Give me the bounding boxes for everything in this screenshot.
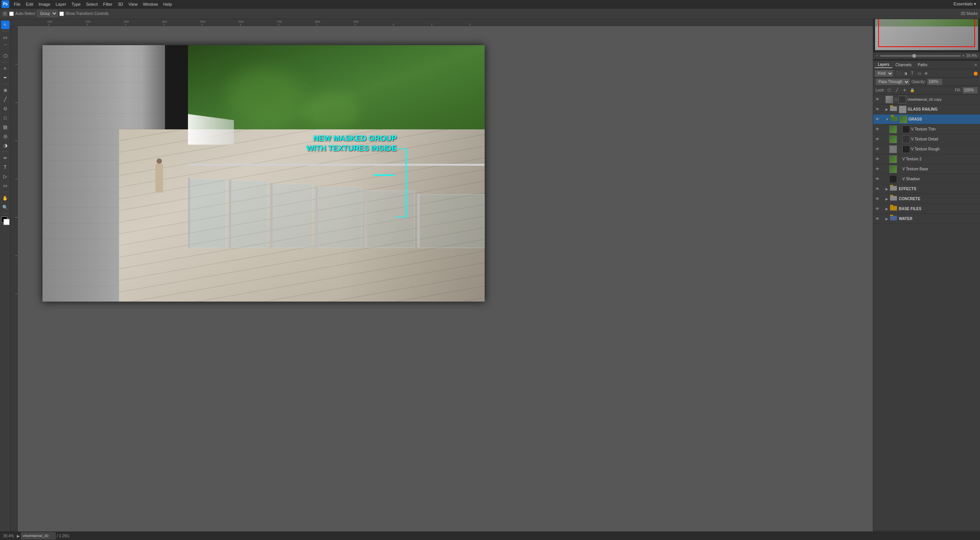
glass-railing-area bbox=[188, 164, 485, 248]
layer-expand-water[interactable]: ▶ bbox=[885, 217, 888, 221]
layer-water[interactable]: 👁 ▶ WATER bbox=[873, 214, 980, 224]
layer-v-texture-thin[interactable]: 👁 V Texture Thin bbox=[873, 124, 980, 134]
gradient-tool[interactable]: ▤ bbox=[1, 123, 10, 131]
layer-v-texture-detail[interactable]: 👁 V Texture Detail bbox=[873, 134, 980, 144]
lasso-tool[interactable]: ⌒ bbox=[1, 42, 10, 51]
layer-eye-v-texture-base[interactable]: 👁 bbox=[875, 166, 880, 172]
layer-name-v-texture-rough: V Texture Rough bbox=[911, 147, 978, 151]
menu-type[interactable]: Type bbox=[69, 1, 83, 7]
layer-effects[interactable]: 👁 ▶ EFFECTS bbox=[873, 184, 980, 194]
lock-all-icon[interactable]: 🔒 bbox=[909, 87, 915, 93]
hand-tool[interactable]: ✋ bbox=[1, 194, 10, 202]
crop-tool[interactable]: ⌗ bbox=[1, 64, 10, 73]
layer-expand-effects[interactable]: ▶ bbox=[885, 187, 888, 191]
layers-panel-menu[interactable]: ≡ bbox=[973, 63, 978, 67]
type-tool[interactable]: T bbox=[1, 163, 10, 171]
svg-text:900: 900 bbox=[353, 20, 359, 23]
tab-channels[interactable]: Channels bbox=[892, 62, 915, 68]
filter-shape-icon[interactable]: ▭ bbox=[916, 70, 922, 77]
move-tool[interactable]: ↖ bbox=[1, 21, 10, 29]
tab-layers[interactable]: Layers bbox=[875, 62, 892, 68]
menu-filter[interactable]: Filter bbox=[101, 1, 114, 7]
layer-filter-toggle[interactable]: ⬤ bbox=[972, 70, 978, 77]
filter-pixel-icon[interactable]: ⬛ bbox=[895, 70, 902, 77]
menu-3d[interactable]: 3D bbox=[116, 1, 126, 7]
auto-select-checkbox[interactable] bbox=[9, 11, 14, 16]
filter-smart-icon[interactable]: ⊕ bbox=[923, 70, 929, 77]
layer-eye-glass-railing[interactable]: 👁 bbox=[875, 107, 880, 112]
menu-image[interactable]: Image bbox=[36, 1, 53, 7]
brush-tool[interactable]: ╱ bbox=[1, 95, 10, 104]
layer-viewmat[interactable]: 👁 ⛓ ViewMaterial_3D copy bbox=[873, 95, 980, 104]
layer-kind-select[interactable]: Kind bbox=[875, 70, 893, 77]
shape-tool[interactable]: ▭ bbox=[1, 181, 10, 190]
layer-eye-concrete[interactable]: 👁 bbox=[875, 196, 880, 202]
healing-tool[interactable]: ⊕ bbox=[1, 86, 10, 95]
layer-name-grass: GRASS bbox=[908, 117, 978, 121]
layer-expand-base-files[interactable]: ▶ bbox=[885, 207, 888, 211]
dodge-tool[interactable]: ◑ bbox=[1, 141, 10, 150]
status-zoom[interactable]: 39.4% bbox=[3, 534, 14, 538]
layer-v-shadow[interactable]: 👁 V Shadow bbox=[873, 174, 980, 184]
filter-adjustment-icon[interactable]: ◑ bbox=[902, 70, 908, 77]
layer-grass[interactable]: 👁 ▼ GRASS bbox=[873, 114, 980, 124]
layer-eye-v-texture-rough[interactable]: 👁 bbox=[875, 147, 880, 152]
layer-expand-concrete[interactable]: ▶ bbox=[885, 197, 888, 201]
layer-v-texture-2[interactable]: 👁 V Texture 2 bbox=[873, 154, 980, 164]
opacity-input[interactable] bbox=[927, 78, 942, 85]
zoom-out-icon[interactable]: − bbox=[876, 54, 879, 58]
blend-mode-bar: Pass Through Normal Multiply Screen Over… bbox=[873, 78, 980, 86]
blend-mode-select[interactable]: Pass Through Normal Multiply Screen Over… bbox=[875, 78, 910, 85]
pen-tool[interactable]: ✏ bbox=[1, 154, 10, 162]
menu-view[interactable]: View bbox=[126, 1, 140, 7]
lock-brush-icon[interactable]: ╱ bbox=[894, 87, 900, 93]
lock-transparent-icon[interactable]: ⬡ bbox=[886, 87, 892, 93]
layer-v-texture-base[interactable]: 👁 V Texture Base bbox=[873, 164, 980, 174]
zoom-slider-thumb[interactable] bbox=[912, 54, 916, 58]
menu-help[interactable]: Help bbox=[161, 1, 175, 7]
marquee-tool[interactable]: ▭ bbox=[1, 33, 10, 42]
layer-expand-glass-railing[interactable]: ▶ bbox=[885, 108, 888, 111]
menu-essentials[interactable]: Essentials ▾ bbox=[951, 1, 978, 7]
layer-concrete[interactable]: 👁 ▶ CONCRETE bbox=[873, 194, 980, 204]
menu-window[interactable]: Window bbox=[140, 1, 160, 7]
path-tool[interactable]: ▷ bbox=[1, 172, 10, 181]
zoom-tool[interactable]: 🔍 bbox=[1, 203, 10, 212]
layer-eye-grass[interactable]: 👁 bbox=[875, 117, 880, 122]
layer-eye-v-texture-detail[interactable]: 👁 bbox=[875, 137, 880, 142]
layer-eye-effects[interactable]: 👁 bbox=[875, 186, 880, 192]
auto-select-mode[interactable]: Group Layer bbox=[37, 10, 58, 17]
lock-position-icon[interactable]: ✛ bbox=[902, 87, 908, 93]
menu-edit[interactable]: Edit bbox=[24, 1, 36, 7]
eraser-tool[interactable]: □ bbox=[1, 114, 10, 122]
menu-select[interactable]: Select bbox=[84, 1, 100, 7]
layer-eye-water[interactable]: 👁 bbox=[875, 216, 880, 222]
zoom-slider[interactable] bbox=[880, 55, 961, 57]
menu-file[interactable]: File bbox=[11, 1, 23, 7]
eyedropper-tool[interactable]: ✒ bbox=[1, 73, 10, 82]
canvas-area[interactable]: NEW MASKED GROUP WITH TEXTURES INSIDE bbox=[18, 26, 873, 532]
blur-tool[interactable]: ◎ bbox=[1, 132, 10, 140]
fg-bg-colors[interactable] bbox=[1, 217, 10, 225]
tab-paths[interactable]: Paths bbox=[915, 62, 931, 68]
canvas-tab[interactable]: ViewMaterial_3D bbox=[21, 532, 56, 539]
clone-tool[interactable]: ⊙ bbox=[1, 104, 10, 113]
layer-glass-railing[interactable]: 👁 ▶ GLASS RAILING bbox=[873, 104, 980, 114]
layer-base-files[interactable]: 👁 ▶ BASE FILES bbox=[873, 204, 980, 214]
ruler-ticks-horizontal: 100 200 300 400 500 600 700 800 900 bbox=[11, 19, 873, 26]
layer-eye-v-texture-thin[interactable]: 👁 bbox=[875, 127, 880, 132]
fill-input[interactable] bbox=[962, 87, 978, 94]
layer-expand-grass[interactable]: ▼ bbox=[885, 117, 889, 121]
filter-type-icon[interactable]: T bbox=[909, 70, 915, 77]
layer-eye-v-shadow[interactable]: 👁 bbox=[875, 176, 880, 182]
quick-select-tool[interactable]: ⬡ bbox=[1, 52, 10, 60]
menu-bar: Ps File Edit Image Layer Type Select Fil… bbox=[0, 0, 980, 8]
transform-checkbox[interactable] bbox=[59, 11, 64, 16]
layer-v-texture-rough[interactable]: 👁 V Texture Rough bbox=[873, 144, 980, 154]
zoom-in-icon[interactable]: + bbox=[962, 54, 965, 58]
layer-eye-v-texture-2[interactable]: 👁 bbox=[875, 157, 880, 162]
layer-eye-viewmat[interactable]: 👁 bbox=[875, 97, 880, 102]
layers-list[interactable]: 👁 ⛓ ViewMaterial_3D copy 👁 ▶ GLASS RAILI… bbox=[873, 95, 980, 530]
layer-eye-base-files[interactable]: 👁 bbox=[875, 206, 880, 212]
menu-layer[interactable]: Layer bbox=[53, 1, 69, 7]
